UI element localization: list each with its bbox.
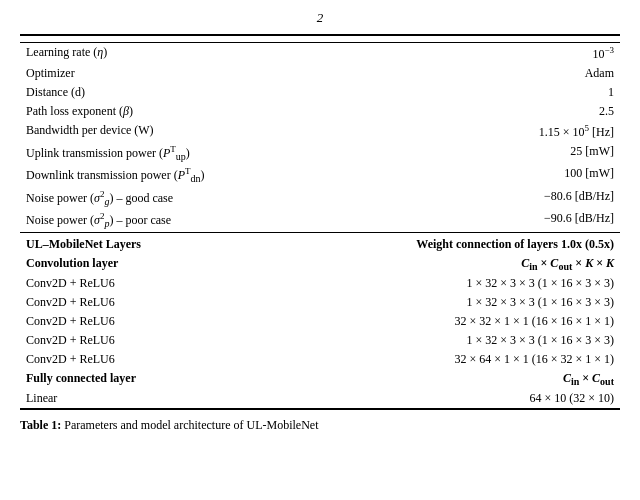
col-description — [20, 35, 306, 43]
layers-row: Linear64 × 10 (32 × 10) — [20, 389, 620, 409]
params-row: Downlink transmission power (PTdn)100 [m… — [20, 164, 620, 186]
layers-row: Conv2D + ReLU632 × 32 × 1 × 1 (16 × 16 ×… — [20, 312, 620, 331]
table-caption: Table 1: Parameters and model architectu… — [20, 418, 620, 433]
params-row: OptimizerAdam — [20, 64, 620, 83]
params-row: Noise power (σ2p) – poor case−90.6 [dB/H… — [20, 209, 620, 232]
layers-section-header: UL–MobileNet LayersWeight connection of … — [20, 232, 620, 254]
table-title: 2 — [317, 10, 324, 26]
params-row: Noise power (σ2g) – good case−80.6 [dB/H… — [20, 187, 620, 209]
params-row: Bandwidth per device (W)1.15 × 105 [Hz] — [20, 121, 620, 142]
layers-row: Fully connected layerCin × Cout — [20, 369, 620, 389]
main-table: Learning rate (η)10−3OptimizerAdamDistan… — [20, 34, 620, 410]
layers-row: Conv2D + ReLU632 × 64 × 1 × 1 (16 × 32 ×… — [20, 350, 620, 369]
layers-row: Conv2D + ReLU61 × 32 × 3 × 3 (1 × 16 × 3… — [20, 293, 620, 312]
col-value — [306, 35, 620, 43]
params-row: Uplink transmission power (PTup)25 [mW] — [20, 142, 620, 164]
layers-row: Conv2D + ReLU61 × 32 × 3 × 3 (1 × 16 × 3… — [20, 331, 620, 350]
params-row: Path loss exponent (β)2.5 — [20, 102, 620, 121]
params-row: Distance (d)1 — [20, 83, 620, 102]
layers-row: Convolution layerCin × Cout × K × K — [20, 254, 620, 274]
params-row: Learning rate (η)10−3 — [20, 43, 620, 65]
layers-row: Conv2D + ReLU61 × 32 × 3 × 3 (1 × 16 × 3… — [20, 274, 620, 293]
